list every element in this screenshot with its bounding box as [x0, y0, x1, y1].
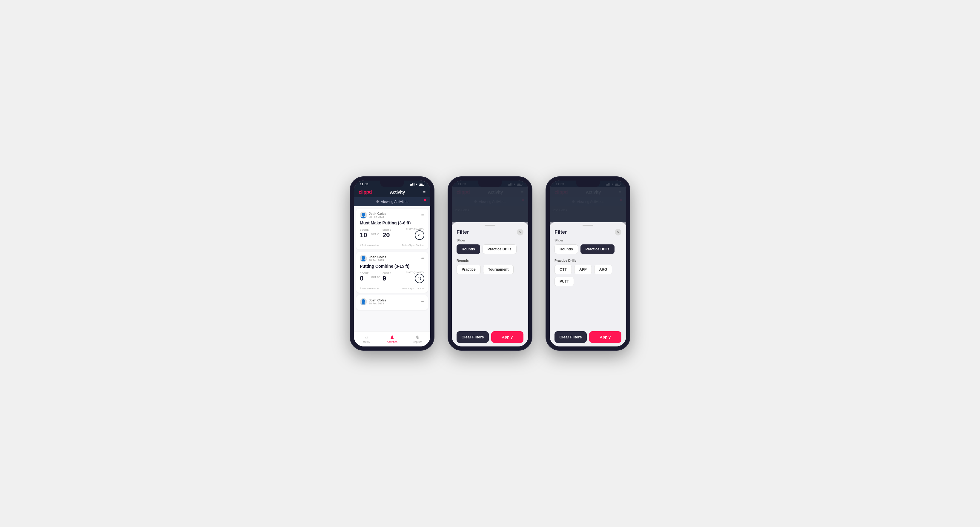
- apply-btn-2[interactable]: Apply: [491, 331, 523, 343]
- notch-2: [478, 181, 502, 187]
- more-dots-1[interactable]: •••: [420, 213, 424, 217]
- practice-show-btn-2[interactable]: Practice Drills: [482, 244, 517, 254]
- header-title-1: Activity: [390, 190, 405, 195]
- putt-btn-3[interactable]: PUTT: [555, 277, 574, 286]
- tournament-btn-2[interactable]: Tournament: [483, 265, 514, 274]
- close-button-2[interactable]: ✕: [517, 229, 523, 235]
- practice-show-btn-3[interactable]: Practice Drills: [581, 244, 614, 254]
- home-label-1: Home: [363, 340, 370, 343]
- ott-btn-3[interactable]: OTT: [555, 265, 572, 274]
- avatar-icon-3: 👤: [360, 299, 366, 305]
- show-filter-buttons-2: Rounds Practice Drills: [457, 244, 523, 254]
- rounds-show-btn-2[interactable]: Rounds: [457, 244, 480, 254]
- notch-3: [576, 181, 600, 187]
- sq-badge-1: 75: [415, 230, 424, 240]
- clear-filters-btn-2[interactable]: Clear Filters: [457, 331, 489, 343]
- test-info-2: ℹ Test Information: [360, 287, 379, 290]
- rounds-label-2: Rounds: [457, 259, 523, 262]
- rounds-show-btn-3[interactable]: Rounds: [555, 244, 578, 254]
- close-button-3[interactable]: ✕: [615, 229, 621, 235]
- home-icon-1: ⌂: [365, 334, 368, 340]
- modal-title-2: Filter: [457, 229, 469, 235]
- sq-label-2: Shot Quality: [406, 271, 424, 274]
- signal-icon-1: [410, 183, 414, 186]
- modal-content-2: Show Rounds Practice Drills Rounds Pract…: [452, 238, 528, 328]
- data-source-1: Data: Clippd Capture: [402, 244, 424, 246]
- viewing-bar-1[interactable]: ⚙ Viewing Activities: [354, 197, 430, 206]
- out-of-1: OUT OF: [371, 232, 380, 235]
- nav-activities-1[interactable]: ♟ Activities: [379, 332, 405, 346]
- app-btn-3[interactable]: APP: [574, 265, 592, 274]
- card-footer-2: ℹ Test Information Data: Clippd Capture: [360, 285, 424, 290]
- activities-label-1: Activities: [387, 340, 398, 343]
- user-date-1: 28 Feb 2023: [369, 216, 387, 218]
- wifi-icon-1: ▲: [415, 183, 418, 186]
- user-name-2: Josh Coles: [369, 255, 387, 259]
- user-name-1: Josh Coles: [369, 212, 387, 216]
- avatar-icon-1: 👤: [360, 213, 366, 218]
- data-source-2: Data: Clippd Capture: [402, 287, 424, 290]
- activity-list-1: 👤 Josh Coles 28 Feb 2023 ••• Must Make P…: [354, 206, 430, 332]
- sq-value-1: 75: [418, 233, 421, 237]
- filter-modal-3: Filter ✕ Show Rounds Practice Drills Pra…: [550, 181, 626, 346]
- shots-label-2: Shots: [382, 272, 391, 275]
- avatar-icon-2: 👤: [360, 256, 366, 262]
- score-label-2: Score: [360, 272, 369, 275]
- card-title-1: Must Make Putting (3-6 ft): [360, 221, 424, 225]
- sq-value-2: 45: [418, 277, 421, 280]
- modal-handle-3: [550, 222, 626, 227]
- filter-icon-1: ⚙: [376, 200, 379, 204]
- arg-btn-3[interactable]: ARG: [594, 265, 612, 274]
- card-stats-1: Score 10 OUT OF Shots 20 Shot Quality: [360, 228, 424, 240]
- status-time-1: 11:33: [360, 183, 368, 186]
- shots-value-1: 20: [382, 231, 391, 239]
- more-dots-3[interactable]: •••: [420, 300, 424, 304]
- activities-icon-1: ♟: [390, 334, 394, 340]
- score-label-1: Score: [360, 229, 369, 231]
- shots-value-2: 9: [382, 275, 391, 282]
- status-icons-1: ▲: [410, 183, 424, 186]
- modal-content-3: Show Rounds Practice Drills Practice Dri…: [550, 238, 626, 328]
- phone-2: 11:33 ▲ clippd Activity: [448, 177, 532, 350]
- sq-badge-2: 45: [415, 274, 424, 283]
- user-date-2: 28 Feb 2023: [369, 259, 387, 262]
- battery-icon-1: [419, 183, 424, 186]
- activity-card-2: 👤 Josh Coles 28 Feb 2023 ••• Putting Com…: [356, 252, 428, 293]
- card-header-1: 👤 Josh Coles 28 Feb 2023 •••: [360, 211, 424, 219]
- modal-title-3: Filter: [555, 229, 567, 235]
- show-label-3: Show: [555, 238, 621, 242]
- phone-3: 11:33 ▲ clippd Activity: [546, 177, 630, 350]
- app-header-1: clippd Activity ≡: [354, 187, 430, 197]
- red-dot-1: [424, 199, 426, 201]
- handle-bar-2: [485, 225, 495, 226]
- card-stats-2: Score 0 OUT OF Shots 9 Shot Quality: [360, 271, 424, 283]
- phones-container: 11:33 ▲ clippd Activity: [350, 177, 630, 350]
- capture-label-1: Capture: [413, 340, 422, 343]
- nav-capture-1[interactable]: ⊕ Capture: [405, 332, 430, 346]
- user-info-2: 👤 Josh Coles 28 Feb 2023: [360, 255, 387, 262]
- practice-drills-label-3: Practice Drills: [555, 259, 621, 262]
- clear-filters-btn-3[interactable]: Clear Filters: [555, 331, 587, 343]
- modal-footer-3: Clear Filters Apply: [550, 328, 626, 346]
- logo-1: clippd: [359, 189, 372, 195]
- notch: [380, 181, 404, 187]
- avatar-3: 👤: [360, 298, 367, 305]
- capture-icon-1: ⊕: [416, 334, 420, 340]
- apply-btn-3[interactable]: Apply: [589, 331, 621, 343]
- menu-icon-1[interactable]: ≡: [423, 190, 425, 195]
- shots-label-1: Shots: [382, 229, 391, 231]
- rounds-filter-buttons-2: Practice Tournament: [457, 265, 523, 274]
- activity-card-3-partial: 👤 Josh Coles 28 Feb 2023 •••: [356, 295, 428, 310]
- avatar-1: 👤: [360, 211, 367, 219]
- more-dots-2[interactable]: •••: [420, 256, 424, 260]
- nav-home-1[interactable]: ⌂ Home: [354, 332, 379, 346]
- sq-label-1: Shot Quality: [406, 228, 424, 230]
- modal-handle-2: [452, 222, 528, 227]
- card-header-3: 👤 Josh Coles 28 Feb 2023 •••: [360, 298, 424, 305]
- test-info-1: ℹ Test Information: [360, 244, 379, 246]
- card-footer-1: ℹ Test Information Data: Clippd Capture: [360, 242, 424, 246]
- bottom-nav-1: ⌂ Home ♟ Activities ⊕ Capture: [354, 332, 430, 346]
- show-filter-buttons-3: Rounds Practice Drills: [555, 244, 621, 254]
- practice-round-btn-2[interactable]: Practice: [457, 265, 481, 274]
- score-value-1: 10: [360, 231, 369, 239]
